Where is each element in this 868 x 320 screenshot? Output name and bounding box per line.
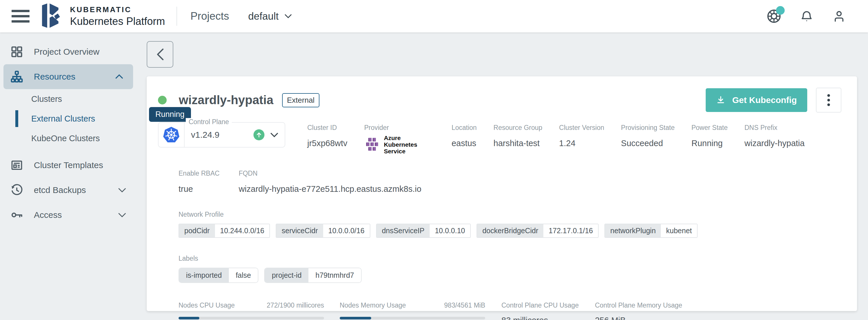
info-column-provider: Provider — [364, 124, 435, 155]
sidebar-item-resources[interactable]: Resources — [3, 64, 133, 89]
info-value: harshita-test — [494, 138, 542, 148]
azure-kubernetes-service-icon — [364, 137, 380, 153]
info-value: jr5xp68wtv — [307, 138, 347, 148]
info-value: 1.24 — [559, 138, 604, 148]
brand-line1: KUBERMATIC — [70, 5, 165, 14]
metric-value: 83 millicores — [501, 316, 579, 320]
control-plane-memory-usage-metric: Control Plane Memory Usage 256 MiB — [595, 301, 682, 320]
upgrade-available-icon[interactable] — [253, 129, 265, 140]
info-label: DNS Prefix — [744, 124, 805, 132]
help-panel-button[interactable] — [767, 9, 781, 24]
project-selector[interactable]: default — [248, 10, 292, 22]
sidebar-item-label: KubeOne Clusters — [31, 134, 100, 143]
kubernetes-icon — [159, 123, 185, 147]
progress-bar-fill — [340, 317, 371, 319]
kebab-menu-icon — [827, 93, 830, 107]
info-label: Location — [452, 124, 477, 132]
info-value: eastus — [452, 138, 477, 148]
topbar-divider — [177, 7, 177, 26]
labels-chips: is-imported false project-id h79tnmhrd7 — [179, 268, 841, 283]
chip-key: networkPlugin — [605, 224, 661, 237]
enable-rbac-column: Enable RBAC true — [179, 169, 220, 194]
get-kubeconfig-button[interactable]: Get Kubeconfig — [706, 88, 807, 112]
info-column-location: Location eastus — [452, 124, 477, 155]
chevron-down-icon — [118, 212, 126, 218]
metric-label: Control Plane CPU Usage — [501, 301, 579, 309]
chevron-up-icon — [115, 74, 123, 79]
metric-label: Nodes CPU Usage — [179, 301, 235, 309]
chevron-down-icon — [118, 188, 126, 193]
sidebar-item-label: External Clusters — [31, 114, 95, 124]
sidebar: Project Overview Resources — [0, 32, 136, 320]
chip-key: project-id — [265, 268, 308, 282]
sidebar-item-label: etcd Backups — [34, 185, 86, 195]
fqdn-column: FQDN wizardly-hypatia-e772e511.hcp.eastu… — [239, 169, 421, 194]
info-column-provisioning-state: Provisioning State Succeeded — [621, 124, 675, 155]
status-tooltip: Running — [149, 107, 191, 122]
info-column-cluster-version: Cluster Version 1.24 — [559, 124, 604, 155]
control-plane-cpu-usage-metric: Control Plane CPU Usage 83 millicores — [501, 301, 579, 320]
cluster-actions-menu-button[interactable] — [816, 88, 841, 113]
network-chip-dnsserviceip: dnsServiceIP 10.0.0.10 — [376, 224, 471, 238]
projects-nav-link[interactable]: Projects — [190, 10, 229, 22]
sitemap-icon — [10, 70, 24, 83]
control-plane-label: Control Plane — [186, 118, 232, 126]
cluster-status-dot — [158, 96, 167, 104]
progress-bar — [340, 317, 485, 319]
metric-value: 983/4561 MiB — [444, 301, 485, 309]
chip-key: is-imported — [179, 268, 229, 282]
grid-icon — [10, 45, 24, 58]
sidebar-item-label: Access — [34, 210, 62, 220]
info-label: Resource Group — [494, 124, 542, 132]
progress-bar-fill — [179, 317, 199, 319]
chip-key: podCidr — [179, 224, 215, 237]
cluster-header: wizardly-hypatia External Get Kubeconfig — [147, 76, 841, 114]
chip-key: serviceCidr — [276, 224, 323, 237]
info-column-power-state: Power State Running — [691, 124, 728, 155]
network-profile-chips: podCidr 10.244.0.0/16 serviceCidr 10.0.0… — [179, 224, 841, 238]
cluster-detail-card: wizardly-hypatia External Get Kubeconfig — [147, 76, 857, 311]
chip-value: h79tnmhrd7 — [308, 268, 361, 282]
kubermatic-logo-icon[interactable] — [42, 3, 64, 29]
chevron-down-icon[interactable] — [270, 132, 278, 137]
menu-icon[interactable] — [11, 10, 30, 23]
notifications-button[interactable] — [800, 9, 814, 23]
sidebar-item-label: Resources — [34, 72, 75, 82]
user-menu-button[interactable] — [832, 9, 846, 23]
info-value: Running — [691, 138, 728, 148]
sidebar-item-kubeone-clusters[interactable]: KubeOne Clusters — [0, 128, 136, 148]
cluster-name: wizardly-hypatia — [179, 93, 273, 107]
sidebar-item-project-overview[interactable]: Project Overview — [0, 39, 136, 64]
chip-key: dnsServiceIP — [377, 224, 430, 237]
control-plane-version: v1.24.9 — [191, 130, 219, 140]
chip-value: 10.244.0.0/16 — [215, 224, 270, 237]
brand-line2: Kubernetes Platform — [70, 15, 165, 28]
metric-value: 272/1900 millicores — [267, 301, 324, 309]
metric-label: Control Plane Memory Usage — [595, 301, 682, 309]
info-value: Succeeded — [621, 138, 675, 148]
chevron-down-icon — [284, 14, 292, 19]
rbac-fqdn-row: Enable RBAC true FQDN wizardly-hypatia-e… — [179, 169, 841, 194]
sidebar-item-access[interactable]: Access — [0, 202, 136, 227]
chip-value: false — [229, 268, 258, 282]
template-icon — [10, 159, 24, 171]
info-value: wizardly-hypatia-e772e511.hcp.eastus.azm… — [239, 184, 421, 194]
label-chip-project-id: project-id h79tnmhrd7 — [264, 268, 361, 283]
details-row: Control Plane — [158, 122, 841, 155]
sidebar-item-cluster-templates[interactable]: Cluster Templates — [0, 153, 136, 178]
cluster-info-columns: Cluster ID jr5xp68wtv Provider — [307, 122, 805, 155]
info-value: true — [179, 184, 220, 194]
sidebar-item-etcd-backups[interactable]: etcd Backups — [0, 178, 136, 202]
info-column-cluster-id: Cluster ID jr5xp68wtv — [307, 124, 347, 155]
top-bar: KUBERMATIC Kubernetes Platform Projects … — [0, 0, 868, 32]
info-label: Cluster ID — [307, 124, 347, 132]
control-plane-version-select[interactable]: Control Plane — [158, 122, 285, 148]
info-value: wizardly-hypatia — [744, 138, 805, 148]
info-label: Provisioning State — [621, 124, 675, 132]
chip-value: 172.17.0.1/16 — [544, 224, 598, 237]
sidebar-item-clusters[interactable]: Clusters — [0, 89, 136, 109]
back-button[interactable] — [147, 41, 173, 68]
sidebar-item-external-clusters[interactable]: External Clusters — [0, 109, 136, 128]
metric-label: Nodes Memory Usage — [340, 301, 406, 309]
download-icon — [716, 95, 725, 105]
